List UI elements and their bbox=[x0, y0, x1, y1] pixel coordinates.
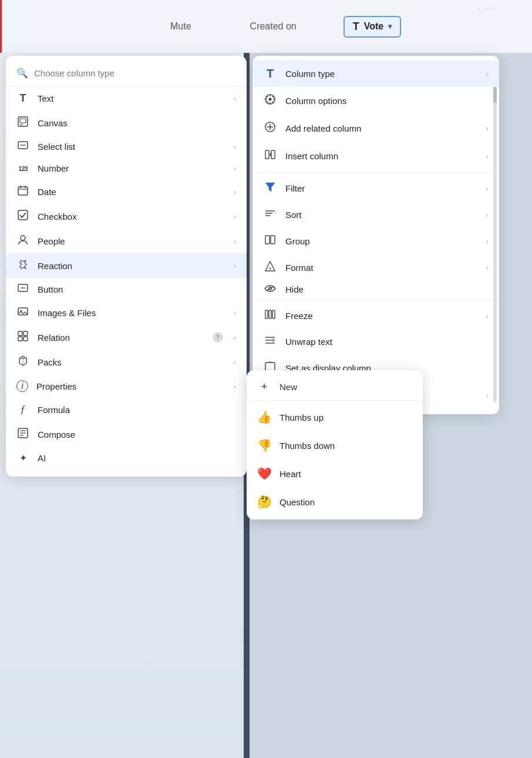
menu-item-checkbox[interactable]: Checkbox › bbox=[6, 204, 247, 229]
select-list-chevron: › bbox=[234, 142, 236, 151]
menu-item-compose[interactable]: Compose bbox=[6, 422, 247, 447]
right-item-format[interactable]: Format › bbox=[252, 254, 499, 281]
select-list-label: Select list bbox=[38, 142, 225, 152]
ai-label: AI bbox=[38, 453, 236, 463]
menu-item-people[interactable]: People › bbox=[6, 229, 247, 253]
add-related-label: Add related column bbox=[285, 123, 478, 133]
svg-rect-17 bbox=[18, 337, 22, 341]
column-type-search[interactable] bbox=[34, 68, 236, 78]
group-icon bbox=[263, 234, 277, 248]
reaction-thumbs-up[interactable]: 👍 Thumbs up bbox=[247, 403, 423, 431]
format-icon bbox=[263, 261, 277, 274]
insert-column-label: Insert column bbox=[285, 151, 478, 161]
menu-item-number[interactable]: 123 Number › bbox=[6, 157, 247, 179]
header-vote[interactable]: T Vote ▾ bbox=[344, 16, 401, 38]
compose-icon bbox=[16, 428, 29, 441]
column-type-chevron: › bbox=[486, 69, 489, 78]
unwrap-icon bbox=[263, 336, 277, 348]
column-type-icon: T bbox=[263, 67, 277, 81]
menu-item-images-files[interactable]: Images & Files › bbox=[6, 300, 247, 325]
formula-icon: ƒ bbox=[16, 404, 29, 416]
menu-item-date[interactable]: Date › bbox=[6, 179, 247, 204]
right-item-insert-column[interactable]: Insert column › bbox=[252, 142, 499, 170]
images-icon bbox=[16, 306, 29, 319]
checkbox-label: Checkbox bbox=[38, 212, 225, 222]
text-chevron: › bbox=[234, 94, 236, 103]
reaction-icon bbox=[16, 259, 29, 272]
menu-item-formula[interactable]: ƒ Formula bbox=[6, 398, 247, 422]
properties-icon: i bbox=[16, 380, 28, 392]
checkbox-icon bbox=[16, 210, 29, 223]
menu-item-packs[interactable]: Packs › bbox=[6, 350, 247, 374]
right-item-add-related[interactable]: Add related column › bbox=[252, 115, 499, 142]
right-item-unwrap[interactable]: Unwrap text bbox=[252, 329, 499, 354]
heart-icon: ❤️ bbox=[257, 467, 271, 481]
reaction-heart[interactable]: ❤️ Heart bbox=[247, 460, 423, 488]
filter-label: Filter bbox=[285, 183, 478, 193]
add-related-chevron: › bbox=[486, 124, 489, 133]
svg-rect-28 bbox=[265, 150, 269, 159]
reaction-question[interactable]: 🤔 Question bbox=[247, 488, 423, 516]
menu-item-canvas[interactable]: Canvas bbox=[6, 110, 247, 135]
number-icon: 123 bbox=[16, 165, 29, 172]
properties-label: Properties bbox=[36, 381, 225, 391]
right-item-filter[interactable]: Filter › bbox=[252, 175, 499, 202]
reaction-new[interactable]: + New bbox=[247, 374, 423, 401]
canvas-icon bbox=[16, 116, 29, 129]
red-indicator bbox=[0, 0, 2, 53]
svg-rect-18 bbox=[23, 337, 28, 341]
menu-item-ai[interactable]: ✦ AI bbox=[6, 447, 247, 469]
people-chevron: › bbox=[234, 237, 236, 246]
svg-point-10 bbox=[21, 236, 25, 240]
freeze-chevron: › bbox=[486, 311, 489, 320]
column-type-label: Column type bbox=[285, 69, 478, 79]
unwrap-label: Unwrap text bbox=[285, 337, 489, 347]
reaction-thumbs-down[interactable]: 👎 Thumbs down bbox=[247, 431, 423, 460]
svg-marker-32 bbox=[265, 183, 275, 192]
menu-item-relation[interactable]: Relation ? › bbox=[6, 325, 247, 350]
menu-item-reaction[interactable]: Reaction › bbox=[6, 253, 247, 278]
column-options-label: Column options bbox=[285, 96, 489, 106]
right-item-column-type[interactable]: T Column type › bbox=[252, 61, 499, 87]
right-item-column-options[interactable]: Column options bbox=[252, 87, 499, 115]
ai-icon: ✦ bbox=[16, 452, 29, 464]
sort-chevron: › bbox=[486, 210, 489, 219]
right-item-hide[interactable]: Hide bbox=[252, 281, 499, 297]
vote-dropdown-icon[interactable]: ▾ bbox=[388, 22, 392, 31]
right-item-group[interactable]: Group › bbox=[252, 228, 499, 254]
search-icon: 🔍 bbox=[16, 68, 28, 79]
sort-label: Sort bbox=[285, 210, 478, 220]
button-icon bbox=[16, 284, 29, 294]
filter-icon bbox=[263, 182, 277, 195]
menu-item-properties[interactable]: i Properties › bbox=[6, 374, 247, 398]
number-chevron: › bbox=[234, 164, 236, 173]
reaction-label: Reaction bbox=[38, 261, 225, 271]
svg-rect-42 bbox=[265, 310, 268, 318]
svg-rect-43 bbox=[269, 310, 271, 318]
header-bar: Mute Created on T Vote ▾ ····· bbox=[0, 0, 532, 53]
duplicate-chevron: › bbox=[486, 391, 489, 400]
reaction-new-label: New bbox=[280, 382, 297, 392]
menu-item-select-list[interactable]: Select list › bbox=[6, 135, 247, 157]
filter-chevron: › bbox=[486, 184, 489, 193]
menu-item-button[interactable]: Button bbox=[6, 278, 247, 300]
people-icon bbox=[16, 234, 29, 247]
freeze-label: Freeze bbox=[285, 311, 478, 321]
hide-label: Hide bbox=[285, 284, 489, 294]
compose-label: Compose bbox=[38, 430, 236, 440]
menu-item-text[interactable]: T Text › bbox=[6, 86, 247, 110]
column-options-panel: T Column type › Column options Add relat… bbox=[252, 56, 499, 414]
sort-icon bbox=[263, 208, 277, 222]
thumbs-up-icon: 👍 bbox=[257, 410, 271, 424]
freeze-icon bbox=[263, 309, 277, 323]
relation-chevron: › bbox=[234, 333, 236, 342]
svg-point-39 bbox=[270, 268, 271, 270]
select-list-icon bbox=[16, 141, 29, 152]
reaction-chevron: › bbox=[234, 261, 236, 270]
right-item-sort[interactable]: Sort › bbox=[252, 202, 499, 228]
search-row: 🔍 bbox=[6, 63, 247, 86]
format-label: Format bbox=[285, 263, 478, 273]
column-options-icon bbox=[263, 93, 277, 108]
header-createdon: Created on bbox=[250, 21, 297, 32]
right-item-freeze[interactable]: Freeze › bbox=[252, 303, 499, 329]
